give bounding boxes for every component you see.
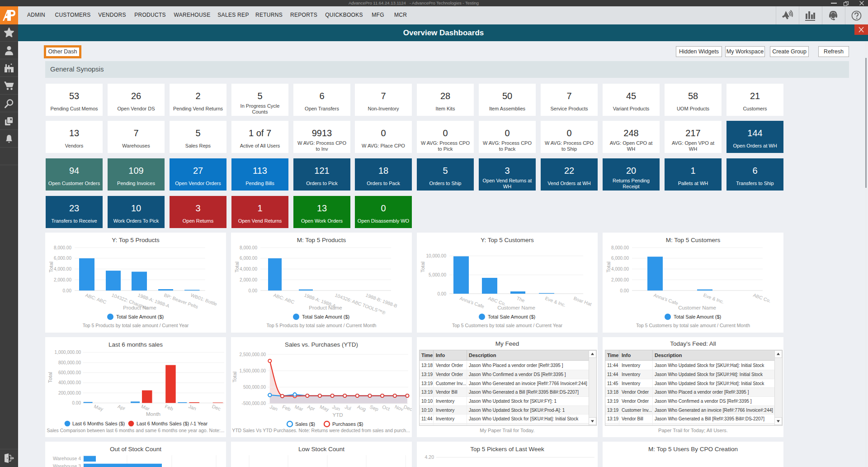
svg-text:200,000.00: 200,000.00 [58, 391, 81, 396]
svg-text:0.00: 0.00 [63, 288, 72, 293]
svg-text:Customer Name: Customer Name [678, 305, 716, 310]
svg-text:6,000.00: 6,000.00 [54, 256, 71, 261]
svg-text:8,000.00: 8,000.00 [240, 245, 257, 250]
svg-text:0.00: 0.00 [620, 288, 629, 293]
svg-text:0.00: 0.00 [438, 291, 447, 296]
svg-text:Total: Total [606, 262, 611, 272]
svg-text:Product Name: Product Name [123, 305, 156, 310]
svg-text:Mar: Mar [294, 404, 304, 412]
svg-text:6,000.00: 6,000.00 [240, 256, 257, 261]
svg-text:2,000.00: 2,000.00 [54, 277, 71, 282]
svg-text:Top 5 Customers by total sale: Top 5 Customers by total sale amount / C… [452, 323, 562, 328]
svg-text:Jan: Jan [188, 404, 197, 411]
svg-text:Top 5 Customers by total sale: Top 5 Customers by total sale amount / C… [636, 323, 750, 328]
svg-text:Top 5 Products by total sale a: Top 5 Products by total sale amount / Cu… [83, 323, 189, 328]
svg-text:8,000.00: 8,000.00 [54, 245, 71, 250]
svg-text:2,500,000.00: 2,500,000.00 [240, 352, 266, 357]
svg-text:4,000.00: 4,000.00 [611, 267, 629, 272]
svg-text:Customer Name: Customer Name [497, 305, 535, 310]
svg-text:The: The [516, 295, 525, 304]
svg-text:Y: Top 5 Customers: Y: Top 5 Customers [481, 237, 534, 243]
svg-text:Anna's Cafe: Anna's Cafe [459, 295, 485, 310]
svg-text:Y: Top 5 Products: Y: Top 5 Products [112, 237, 160, 243]
svg-text:104326: ABC TOOLS™®: 104326: ABC TOOLS™® [334, 292, 386, 316]
svg-text:Jun: Jun [331, 404, 341, 412]
svg-text:10,000.00: 10,000.00 [426, 253, 447, 258]
svg-text:-500,000.00: -500,000.00 [242, 401, 266, 406]
svg-text:Month: Month [146, 411, 160, 417]
svg-text:May: May [93, 404, 104, 412]
svg-text:0.00: 0.00 [72, 400, 81, 405]
svg-text:Last 6 Months Sales ($) /-1 Ye: Last 6 Months Sales ($) /-1 Year [137, 421, 208, 426]
svg-text:Sep: Sep [369, 404, 379, 412]
svg-text:Total: Total [420, 262, 425, 272]
svg-text:Total: Total [234, 262, 240, 272]
svg-text:5,000.00: 5,000.00 [429, 272, 446, 277]
svg-text:2,000.00: 2,000.00 [611, 277, 629, 282]
svg-text:400,000.00: 400,000.00 [58, 380, 81, 385]
svg-text:Total: Total [47, 372, 53, 383]
svg-text:1,000,000.00: 1,000,000.00 [55, 350, 81, 355]
svg-text:6,000.00: 6,000.00 [611, 256, 629, 261]
svg-text:800,000.00: 800,000.00 [58, 360, 81, 365]
svg-text:Last 6 months sales: Last 6 months sales [108, 341, 163, 348]
svg-text:M: Top 5 Products: M: Top 5 Products [297, 237, 346, 243]
svg-text:4,000.00: 4,000.00 [54, 267, 71, 272]
svg-text:Boar Hat: Boar Hat [573, 295, 592, 307]
svg-text:Last 6 Months Sales ($): Last 6 Months Sales ($) [72, 421, 125, 426]
svg-text:Total: Total [48, 262, 54, 272]
svg-text:Sales vs. Purchases (YTD): Sales vs. Purchases (YTD) [285, 341, 358, 348]
svg-text:600,000.00: 600,000.00 [58, 370, 81, 375]
svg-text:0.00: 0.00 [249, 288, 258, 293]
svg-text:Feb: Feb [164, 404, 174, 412]
svg-text:YTD Sales Vs YTD Purchases. No: YTD Sales Vs YTD Purchases. Note: Return… [232, 428, 410, 433]
svg-text:Feb: Feb [282, 404, 292, 412]
svg-text:Apr: Apr [307, 404, 316, 412]
svg-text:Oct: Oct [382, 404, 391, 412]
svg-text:4,000.00: 4,000.00 [240, 267, 257, 272]
svg-text:Top 5 Pickers of Last Week: Top 5 Pickers of Last Week [470, 446, 544, 453]
svg-text:Out of Stock Count: Out of Stock Count [110, 446, 161, 453]
svg-text:Top 5 Products by total sale a: Top 5 Products by total sale amount / Cu… [267, 323, 377, 328]
svg-text:8,000.00: 8,000.00 [611, 245, 629, 250]
svg-text:Aug: Aug [357, 404, 367, 412]
svg-text:Eve & Inc.: Eve & Inc. [544, 295, 566, 308]
svg-text:Total Sale Amount ($): Total Sale Amount ($) [302, 314, 349, 319]
svg-text:Jan: Jan [269, 404, 278, 412]
svg-text:M: Top 5 Users By CPO Creation: M: Top 5 Users By CPO Creation [648, 446, 738, 453]
svg-text:Total Sale Amount ($): Total Sale Amount ($) [488, 314, 535, 319]
svg-text:May: May [319, 404, 330, 413]
svg-text:YTD: YTD [333, 412, 343, 418]
svg-text:2,000.00: 2,000.00 [240, 277, 257, 282]
svg-text:Warehouse 4: Warehouse 4 [53, 456, 81, 461]
svg-text:Warehouse 3: Warehouse 3 [53, 463, 81, 467]
svg-text:1,500,000.00: 1,500,000.00 [240, 368, 266, 373]
svg-text:Dec: Dec [403, 404, 412, 412]
svg-text:Total Sale Amount ($): Total Sale Amount ($) [674, 314, 721, 319]
svg-text:Sales Comparison between last: Sales Comparison between last 6 months a… [47, 428, 225, 433]
svg-text:Total: Total [232, 372, 237, 382]
svg-text:Dec: Dec [211, 404, 222, 412]
svg-text:Apr: Apr [117, 404, 127, 411]
svg-text:Purchases ($): Purchases ($) [332, 421, 363, 427]
svg-text:Low Stock Count: Low Stock Count [298, 446, 344, 453]
svg-text:M: Top 5 Customers: M: Top 5 Customers [666, 237, 721, 243]
svg-text:ABC: ABC: ABC: ABC [273, 292, 295, 305]
svg-text:500,000.00: 500,000.00 [243, 385, 266, 390]
svg-text:Sales ($): Sales ($) [295, 421, 315, 427]
svg-text:Mar: Mar [141, 404, 151, 412]
svg-text:Anna's Cafe: Anna's Cafe [653, 292, 679, 306]
svg-text:ABC Co.: ABC Co. [752, 292, 771, 304]
svg-text:Eve & Inc.: Eve & Inc. [703, 292, 725, 305]
svg-text:Jul: Jul [344, 404, 352, 411]
svg-text:ABC: ABC: ABC: ABC [85, 292, 107, 305]
svg-text:Product Name: Product Name [309, 305, 342, 310]
svg-text:Total Sale Amount ($): Total Sale Amount ($) [116, 314, 164, 319]
svg-text:4.20: 4.20 [425, 454, 434, 460]
